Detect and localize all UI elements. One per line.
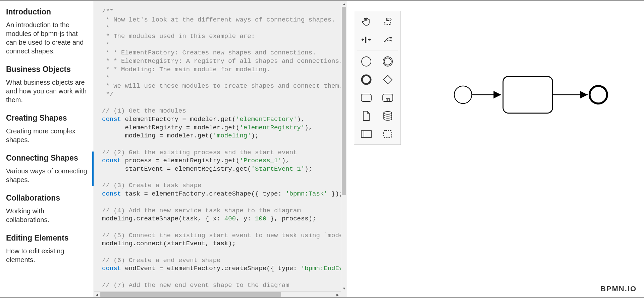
- svg-point-5: [362, 75, 371, 84]
- code-content[interactable]: /** * Now let's look at the different wa…: [94, 1, 347, 296]
- data-object-tool[interactable]: [357, 108, 376, 124]
- svg-rect-15: [384, 130, 392, 138]
- subprocess-icon: [382, 93, 394, 103]
- global-connect-tool[interactable]: [378, 32, 397, 47]
- rounded-rect-icon: [360, 93, 372, 103]
- app-root: Introduction An introduction to the modu…: [0, 0, 644, 298]
- sidebar-item-creating-shapes[interactable]: Creating Shapes Creating more complex sh…: [6, 114, 88, 144]
- end-event-tool[interactable]: [357, 72, 376, 87]
- horizontal-scroll-thumb[interactable]: [100, 292, 281, 297]
- sidebar-item-title: Collaborations: [6, 194, 88, 203]
- sidebar-item-description: Working with collaborations.: [6, 207, 88, 224]
- circle-thick-icon: [361, 74, 372, 85]
- sidebar-item-connecting-shapes[interactable]: Connecting Shapes Various ways of connec…: [6, 154, 88, 184]
- sidebar-item-editing-elements[interactable]: Editing Elements How to edit existing el…: [6, 233, 88, 264]
- svg-point-12: [384, 112, 392, 114]
- bpmn-diagram[interactable]: [448, 68, 615, 122]
- horizontal-scrollbar[interactable]: ◀ ▶: [94, 291, 341, 297]
- subprocess-tool[interactable]: [378, 90, 397, 105]
- sidebar: Introduction An introduction to the modu…: [0, 1, 94, 297]
- hand-icon: [361, 16, 371, 27]
- palette: [354, 11, 401, 145]
- hand-tool[interactable]: [357, 14, 376, 29]
- end-event-shape[interactable]: [590, 86, 607, 103]
- scroll-corner: [341, 291, 347, 297]
- sidebar-item-title: Editing Elements: [6, 233, 88, 243]
- sidebar-item-introduction[interactable]: Introduction An introduction to the modu…: [6, 7, 88, 55]
- svg-point-2: [362, 57, 371, 66]
- sidebar-item-description: What business objects are and how you ca…: [6, 78, 88, 104]
- palette-divider: [357, 50, 398, 50]
- sidebar-item-title: Introduction: [6, 7, 88, 16]
- sidebar-item-description: How to edit existing elements.: [6, 247, 88, 264]
- sidebar-item-collaborations[interactable]: Collaborations Working with collaboratio…: [6, 194, 88, 224]
- participant-icon: [360, 129, 372, 139]
- task-tool[interactable]: [357, 90, 376, 105]
- sidebar-item-title: Creating Shapes: [6, 114, 88, 123]
- scroll-down-icon[interactable]: ▼: [341, 285, 347, 291]
- intermediate-event-tool[interactable]: [378, 54, 397, 69]
- svg-rect-6: [383, 75, 392, 84]
- circle-thin-icon: [361, 56, 372, 67]
- scroll-left-icon[interactable]: ◀: [94, 292, 100, 298]
- space-icon: [361, 35, 372, 45]
- gateway-tool[interactable]: [378, 72, 397, 87]
- code-scroll[interactable]: /** * Now let's look at the different wa…: [94, 1, 347, 297]
- canvas-panel[interactable]: BPMN.IO: [347, 1, 644, 297]
- task-shape[interactable]: [503, 76, 553, 113]
- scroll-right-icon[interactable]: ▶: [335, 292, 341, 298]
- sidebar-item-description: Creating more complex shapes.: [6, 127, 88, 144]
- group-icon: [382, 129, 393, 139]
- connect-icon: [382, 35, 393, 45]
- lasso-tool[interactable]: [378, 14, 397, 29]
- sidebar-item-description: An introduction to the modules of bpmn-j…: [6, 20, 88, 55]
- data-store-icon: [382, 111, 393, 121]
- sidebar-item-title: Connecting Shapes: [6, 154, 88, 163]
- lasso-icon: [383, 16, 393, 27]
- svg-point-4: [384, 58, 391, 65]
- start-event-shape[interactable]: [454, 86, 472, 103]
- code-panel: /** * Now let's look at the different wa…: [94, 1, 347, 297]
- scroll-up-icon[interactable]: ▲: [341, 1, 347, 7]
- group-tool[interactable]: [378, 126, 397, 142]
- space-tool[interactable]: [357, 32, 376, 47]
- circle-double-icon: [382, 56, 393, 67]
- start-event-tool[interactable]: [357, 54, 376, 69]
- sidebar-item-description: Various ways of connecting shapes.: [6, 167, 88, 184]
- participant-tool[interactable]: [357, 126, 376, 142]
- sidebar-item-business-objects[interactable]: Business Objects What business objects a…: [6, 65, 88, 104]
- svg-rect-13: [361, 131, 371, 137]
- diamond-icon: [382, 74, 393, 85]
- brand-logo[interactable]: BPMN.IO: [600, 285, 637, 293]
- vertical-scrollbar[interactable]: ▲ ▼: [341, 1, 347, 291]
- data-store-tool[interactable]: [378, 108, 397, 124]
- sidebar-item-title: Business Objects: [6, 65, 88, 74]
- data-object-icon: [362, 110, 371, 122]
- vertical-scroll-thumb[interactable]: [342, 7, 346, 195]
- svg-rect-7: [361, 94, 371, 101]
